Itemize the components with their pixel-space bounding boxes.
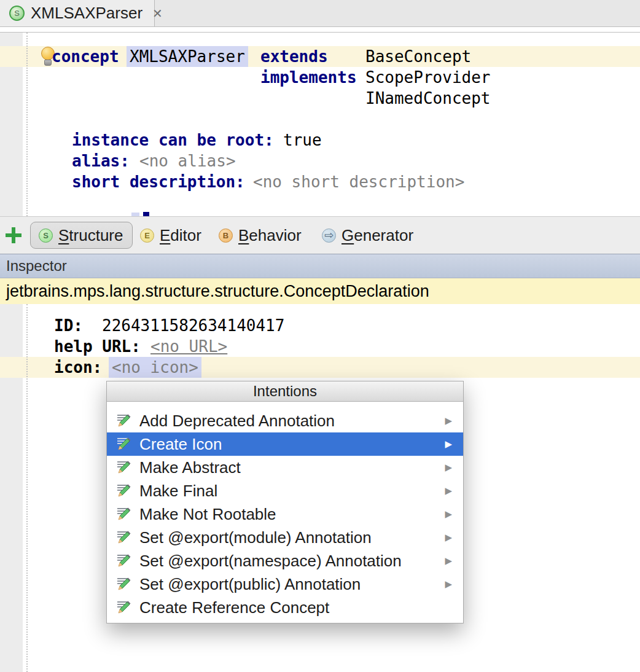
intentions-popup-title: Intentions <box>107 381 463 402</box>
code-line-implements: implements ScopeProvider <box>0 67 640 88</box>
implements-value-cell[interactable]: ScopeProvider <box>365 67 491 88</box>
submenu-arrow-icon: ▶ <box>445 579 452 590</box>
mps-window: S XMLSAXParser ✕ concept XMLSAXParser ex… <box>0 0 640 672</box>
icon-value-cell[interactable]: <no icon> <box>109 357 201 378</box>
submenu-arrow-icon: ▶ <box>445 415 452 426</box>
close-tab-icon[interactable]: ✕ <box>152 7 163 20</box>
submenu-arrow-icon: ▶ <box>445 439 452 450</box>
editor-tab-title: XMLSAXParser <box>31 4 142 23</box>
code-line-concept: concept XMLSAXParser extends BaseConcept <box>0 46 640 67</box>
aspect-tab-strip: S Structure E Editor B Behavior ⇨ Genera… <box>0 216 640 254</box>
inspector-line-help-url: help URL: <no URL> <box>0 336 640 357</box>
concept-name-cell[interactable]: XMLSAXParser <box>127 46 248 67</box>
tab-structure[interactable]: S Structure <box>30 222 133 249</box>
help-url-value-cell[interactable]: <no URL> <box>150 336 227 357</box>
code-line-alias: alias: <no alias> <box>0 150 640 171</box>
behavior-aspect-icon: B <box>219 229 233 243</box>
intention-pencil-icon <box>117 413 131 428</box>
structure-aspect-icon: S <box>9 6 25 21</box>
menu-item-create-reference-concept[interactable]: Create Reference Concept <box>107 596 463 619</box>
concept-editor: concept XMLSAXParser extends BaseConcept… <box>0 33 640 216</box>
editor-tab-xmlsaxparser[interactable]: S XMLSAXParser ✕ <box>0 0 155 26</box>
submenu-arrow-icon: ▶ <box>445 462 452 473</box>
intention-pencil-icon <box>117 437 131 451</box>
submenu-arrow-icon: ▶ <box>445 509 452 520</box>
menu-item-set-export-module-annotation[interactable]: Set @export(module) Annotation ▶ <box>107 526 463 549</box>
intention-pencil-icon <box>117 530 131 545</box>
inspector-line-id: ID: 2264311582634140417 <box>0 315 640 336</box>
add-aspect-button[interactable] <box>6 227 21 243</box>
intention-pencil-icon <box>117 553 131 568</box>
menu-item-set-export-namespace-annotation[interactable]: Set @export(namespace) Annotation ▶ <box>107 549 463 572</box>
keyword-implements: implements <box>260 67 357 88</box>
id-value: 2264311582634140417 <box>102 315 284 336</box>
label-help-url: help URL: <box>54 336 141 357</box>
submenu-arrow-icon: ▶ <box>445 555 452 566</box>
label-alias: alias: <box>72 150 130 171</box>
clipped-code-fragment <box>143 212 149 216</box>
code-line-root: instance can be root: true <box>0 130 640 150</box>
root-value-cell[interactable]: true <box>283 130 322 150</box>
extends-value-cell[interactable]: BaseConcept <box>365 46 471 67</box>
alias-value-cell[interactable]: <no alias> <box>139 150 236 171</box>
inspector-context-band: jetbrains.mps.lang.structure.structure.C… <box>0 278 640 304</box>
tab-generator-label: Generator <box>341 226 413 245</box>
inspector-header: Inspector <box>0 254 640 278</box>
intention-pencil-icon <box>117 600 131 615</box>
intentions-title-text: Intentions <box>253 383 317 400</box>
intention-pencil-icon <box>117 507 131 522</box>
intention-pencil-icon <box>117 460 131 475</box>
intention-pencil-icon <box>117 577 131 592</box>
submenu-arrow-icon: ▶ <box>445 532 452 543</box>
label-instance-can-be-root: instance can be root: <box>72 130 274 150</box>
code-line-short-description: short description: <no short description… <box>0 171 640 192</box>
tab-generator[interactable]: ⇨ Generator <box>322 217 413 254</box>
menu-item-create-icon[interactable]: Create Icon ▶ <box>107 432 463 456</box>
intentions-list: Add Deprecated Annotation ▶ Create Icon … <box>107 402 463 619</box>
tab-editor[interactable]: E Editor <box>140 217 201 254</box>
generator-aspect-icon: ⇨ <box>322 229 336 243</box>
intentions-popup: Intentions Add Deprecated Annotation ▶ <box>106 381 464 623</box>
label-short-description: short description: <box>72 171 245 192</box>
tab-behavior-label: Behavior <box>238 226 302 245</box>
code-line-implements-2: INamedConcept <box>0 88 640 109</box>
editor-tab-bar: S XMLSAXParser ✕ <box>0 0 640 27</box>
tab-behavior[interactable]: B Behavior <box>219 217 302 254</box>
label-icon: icon: <box>54 357 102 378</box>
keyword-concept: concept <box>52 46 119 67</box>
editor-top-separator <box>0 27 640 33</box>
menu-item-make-final[interactable]: Make Final ▶ <box>107 479 463 502</box>
tab-structure-label: Structure <box>58 226 123 245</box>
submenu-arrow-icon: ▶ <box>445 485 452 496</box>
short-description-value-cell[interactable]: <no short description> <box>253 171 464 192</box>
menu-item-make-abstract[interactable]: Make Abstract ▶ <box>107 456 463 479</box>
intention-pencil-icon <box>117 483 131 498</box>
editor-aspect-icon: E <box>140 229 154 243</box>
keyword-extends: extends <box>260 46 328 67</box>
menu-item-add-deprecated-annotation[interactable]: Add Deprecated Annotation ▶ <box>107 409 463 432</box>
implements-value-cell-2[interactable]: INamedConcept <box>365 88 491 109</box>
menu-item-set-export-public-annotation[interactable]: Set @export(public) Annotation ▶ <box>107 572 463 596</box>
tab-editor-label: Editor <box>160 226 201 245</box>
structure-aspect-icon: S <box>39 229 53 243</box>
menu-item-make-not-rootable[interactable]: Make Not Rootable ▶ <box>107 502 463 526</box>
label-id: ID: <box>54 315 83 336</box>
inspector-line-icon: icon: <no icon> <box>0 357 640 378</box>
concept-declaration-path: jetbrains.mps.lang.structure.structure.C… <box>6 282 429 301</box>
inspector-title: Inspector <box>6 257 67 275</box>
